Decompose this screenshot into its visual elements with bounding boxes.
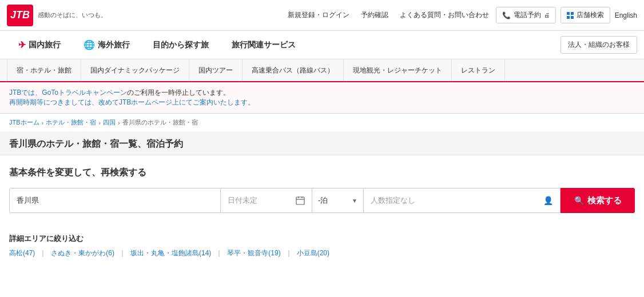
date-input[interactable]: 日付未定 xyxy=(221,188,312,213)
subnav-local[interactable]: 現地観光・レジャーチケット xyxy=(344,59,452,81)
store-label: 店舗検索 xyxy=(577,10,604,20)
nav-right: 法人・組織のお客様 xyxy=(560,36,637,54)
sub-nav: 宿・ホテル・旅館 国内ダイナミックパッケージ 国内ツアー 高速乗合パス（路線バス… xyxy=(0,59,644,82)
filter-links: 高松(47) ｜ さぬき・東かがわ(6) ｜ 坂出・丸亀・塩飽諸島(14) ｜ … xyxy=(9,248,635,258)
filter-sep-2: ｜ xyxy=(119,248,126,258)
search-section: 基本条件を変更して、再検索する 日付未定 -泊 ▼ 人数指定なし 👤 🔍 検索す… xyxy=(0,155,644,224)
nav-overseas[interactable]: 🌐 海外旅行 xyxy=(72,31,141,59)
filter-sakaide[interactable]: 坂出・丸亀・塩飽諸島(14) xyxy=(130,248,211,258)
alert-line1-rest: のご利用を一時停止しています。 xyxy=(127,89,230,97)
english-button[interactable]: English xyxy=(615,11,637,19)
search-btn-label: 検索する xyxy=(587,195,622,206)
chevron-down-icon: ▼ xyxy=(352,198,357,204)
alert-banner: JTBでは、GoToトラベルキャンペーンのご利用を一時停止しています。 再開時期… xyxy=(0,82,644,114)
phone-sub-icon: 🖨 xyxy=(544,12,550,18)
filter-sanuki[interactable]: さぬき・東かがわ(6) xyxy=(51,248,114,258)
store-button[interactable]: 店舗検索 xyxy=(560,7,610,23)
subnav-hotels[interactable]: 宿・ホテル・旅館 xyxy=(7,59,81,81)
breadcrumb: JTBホーム › ホテル・旅館・宿 › 四国 › 香川県のホテル・旅館・宿 xyxy=(0,114,644,131)
breadcrumb-hotels[interactable]: ホテル・旅館・宿 xyxy=(46,118,96,127)
corporate-button[interactable]: 法人・組織のお客様 xyxy=(560,36,637,54)
calendar-icon xyxy=(296,196,305,205)
search-form: 日付未定 -泊 ▼ 人数指定なし 👤 🔍 検索する xyxy=(9,188,635,213)
filter-title: 詳細エリアに絞り込む xyxy=(9,234,635,244)
logo-area: JTB 感動のそばに、いつも。 xyxy=(7,5,107,26)
jtb-logo: JTB xyxy=(7,5,33,26)
nights-input[interactable]: -泊 ▼ xyxy=(312,188,364,213)
filter-takamatsu[interactable]: 高松(47) xyxy=(9,248,35,258)
top-nav: 新規登録・ログイン 予約確認 よくある質問・お問い合わせ xyxy=(288,10,489,20)
search-icon: 🔍 xyxy=(574,196,584,205)
alert-line1: JTBでは、GoToトラベルキャンペーンのご利用を一時停止しています。 xyxy=(9,88,635,98)
filter-kotohira[interactable]: 琴平・観音寺(19) xyxy=(227,248,280,258)
filter-shodoshima[interactable]: 小豆島(20) xyxy=(297,248,329,258)
breadcrumb-sep3: › xyxy=(118,119,120,126)
nav-services-label: 旅行関連サービス xyxy=(232,40,296,50)
top-bar: JTB 感動のそばに、いつも。 新規登録・ログイン 予約確認 よくある質問・お問… xyxy=(0,0,644,31)
alert-line2-link[interactable]: 再開時期等につきましては、改めてJTBホームページ上にてご案内いたします。 xyxy=(9,98,255,106)
page-title-area: 香川県のホテル・旅館・宿一覧、宿泊予約 xyxy=(0,131,644,155)
filter-sep-3: ｜ xyxy=(216,248,222,258)
phone-icon: 📞 xyxy=(502,11,511,19)
domestic-icon: ✈ xyxy=(18,39,26,50)
subnav-dynamic[interactable]: 国内ダイナミックパッケージ xyxy=(81,59,189,81)
breadcrumb-home[interactable]: JTBホーム xyxy=(9,118,39,127)
main-nav: ✈ 国内旅行 🌐 海外旅行 目的から探す旅 旅行関連サービス 法人・組織のお客様 xyxy=(0,31,644,59)
breadcrumb-sep2: › xyxy=(98,119,101,126)
guests-input[interactable]: 人数指定なし 👤 xyxy=(364,188,560,213)
nav-domestic-label: 国内旅行 xyxy=(29,40,61,50)
filter-section: 詳細エリアに絞り込む 高松(47) ｜ さぬき・東かがわ(6) ｜ 坂出・丸亀・… xyxy=(0,224,644,267)
top-nav-reservation[interactable]: 予約確認 xyxy=(361,10,388,20)
phone-label: 電話予約 xyxy=(514,10,541,20)
subnav-tours[interactable]: 国内ツアー xyxy=(189,59,243,81)
filter-sep-4: ｜ xyxy=(285,248,292,258)
nav-purpose-label: 目的から探す旅 xyxy=(153,40,209,50)
phone-button[interactable]: 📞 電話予約 🖨 xyxy=(496,7,556,23)
nav-overseas-label: 海外旅行 xyxy=(98,40,130,50)
date-placeholder: 日付未定 xyxy=(228,195,257,206)
filter-sep-1: ｜ xyxy=(39,248,46,258)
location-input[interactable] xyxy=(9,188,221,213)
svg-rect-0 xyxy=(296,197,304,204)
top-nav-register[interactable]: 新規登録・ログイン xyxy=(288,10,349,20)
store-icon xyxy=(567,12,574,19)
breadcrumb-sep1: › xyxy=(42,119,44,126)
nights-value: -泊 xyxy=(318,195,328,206)
search-button[interactable]: 🔍 検索する xyxy=(560,188,635,213)
person-icon: 👤 xyxy=(543,196,553,205)
breadcrumb-current: 香川県のホテル・旅館・宿 xyxy=(122,118,198,127)
goto-highlight: JTBでは、GoToトラベルキャンペーン xyxy=(9,89,127,97)
nav-purpose[interactable]: 目的から探す旅 xyxy=(141,31,220,59)
nav-domestic[interactable]: ✈ 国内旅行 xyxy=(7,31,72,59)
overseas-icon: 🌐 xyxy=(84,39,95,50)
alert-line2: 再開時期等につきましては、改めてJTBホームページ上にてご案内いたします。 xyxy=(9,98,635,107)
subnav-restaurant[interactable]: レストラン xyxy=(452,59,505,81)
page-title: 香川県のホテル・旅館・宿一覧、宿泊予約 xyxy=(9,138,635,150)
logo-tagline: 感動のそばに、いつも。 xyxy=(38,11,107,19)
search-subtitle: 基本条件を変更して、再検索する xyxy=(9,167,635,179)
subnav-highway[interactable]: 高速乗合パス（路線バス） xyxy=(243,59,344,81)
nav-services[interactable]: 旅行関連サービス xyxy=(220,31,307,59)
top-nav-faq[interactable]: よくある質問・お問い合わせ xyxy=(400,10,489,20)
breadcrumb-shikoku[interactable]: 四国 xyxy=(103,118,116,127)
guests-placeholder: 人数指定なし xyxy=(371,195,415,206)
